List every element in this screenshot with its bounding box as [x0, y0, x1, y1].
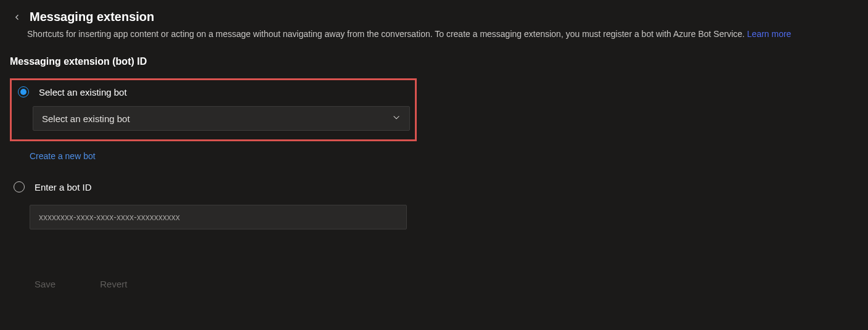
learn-more-link[interactable]: Learn more: [747, 29, 792, 39]
bot-id-input[interactable]: [30, 205, 407, 229]
page-description: Shortcuts for inserting app content or a…: [27, 29, 843, 39]
radio-enter-bot-id[interactable]: [14, 181, 25, 192]
save-button[interactable]: Save: [35, 279, 55, 289]
radio-select-existing-bot[interactable]: [18, 86, 29, 97]
create-new-bot-link[interactable]: Create a new bot: [30, 151, 96, 161]
dropdown-selected-text: Select an existing bot: [42, 113, 130, 124]
description-text: Shortcuts for inserting app content or a…: [27, 29, 747, 39]
bot-select-dropdown[interactable]: Select an existing bot: [33, 106, 410, 131]
section-label: Messaging extension (bot) ID: [6, 56, 843, 67]
radio-label-enter-bot-id: Enter a bot ID: [35, 182, 92, 192]
back-chevron-icon[interactable]: [12, 12, 22, 22]
revert-button[interactable]: Revert: [100, 279, 127, 289]
page-title: Messaging extension: [30, 10, 154, 24]
highlight-annotation: Select an existing bot Select an existin…: [10, 78, 417, 141]
chevron-down-icon: [392, 113, 401, 124]
radio-label-select-existing: Select an existing bot: [39, 87, 127, 97]
radio-dot-icon: [20, 89, 27, 95]
